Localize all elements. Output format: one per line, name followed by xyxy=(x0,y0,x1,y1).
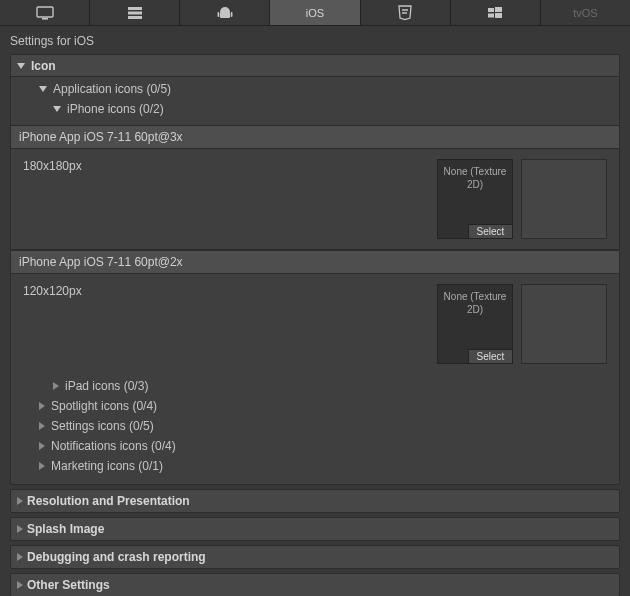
icon-slot-header-1: iPhone App iOS 7-11 60pt@2x xyxy=(11,250,619,274)
texture-select-button-1[interactable]: Select xyxy=(468,349,512,363)
tree-marketing-icons[interactable]: Marketing icons (0/1) xyxy=(11,456,619,476)
tab-windows[interactable] xyxy=(451,0,541,25)
spotlight-icons-label: Spotlight icons (0/4) xyxy=(51,399,157,413)
section-resolution[interactable]: Resolution and Presentation xyxy=(10,489,620,513)
svg-rect-7 xyxy=(231,12,233,17)
chevron-right-icon xyxy=(17,497,23,505)
settings-for-label: Settings for iOS xyxy=(0,26,630,54)
android-icon xyxy=(217,6,233,20)
chevron-right-icon xyxy=(39,442,45,450)
tab-tvos[interactable]: tvOS xyxy=(541,0,630,25)
svg-rect-5 xyxy=(220,12,230,18)
iphone-icons-label: iPhone icons (0/2) xyxy=(67,102,164,116)
texture-select-button-0[interactable]: Select xyxy=(468,224,512,238)
chevron-right-icon xyxy=(17,581,23,589)
html5-icon xyxy=(397,5,413,21)
texture-placeholder-0: None (Texture 2D) xyxy=(438,166,512,191)
svg-rect-8 xyxy=(488,8,494,12)
icon-panel-title: Icon xyxy=(31,59,56,73)
monitor-icon xyxy=(36,6,54,20)
tab-webgl[interactable] xyxy=(361,0,451,25)
application-icons-label: Application icons (0/5) xyxy=(53,82,171,96)
icon-panel-body: Application icons (0/5) iPhone icons (0/… xyxy=(11,77,619,484)
marketing-icons-label: Marketing icons (0/1) xyxy=(51,459,163,473)
svg-rect-1 xyxy=(42,18,48,20)
server-icon xyxy=(126,6,144,20)
chevron-right-icon xyxy=(17,553,23,561)
chevron-down-icon xyxy=(17,63,25,69)
tree-settings-icons[interactable]: Settings icons (0/5) xyxy=(11,416,619,436)
svg-rect-2 xyxy=(128,7,142,10)
section-debug[interactable]: Debugging and crash reporting xyxy=(10,545,620,569)
chevron-right-icon xyxy=(39,402,45,410)
tab-standalone[interactable] xyxy=(0,0,90,25)
section-splash-label: Splash Image xyxy=(27,522,104,536)
svg-rect-10 xyxy=(488,13,494,17)
texture-field-0[interactable]: None (Texture 2D) Select xyxy=(437,159,513,239)
icon-preview-0 xyxy=(521,159,607,239)
tree-ipad-icons[interactable]: iPad icons (0/3) xyxy=(11,376,619,396)
section-debug-label: Debugging and crash reporting xyxy=(27,550,206,564)
icon-panel: Icon Application icons (0/5) iPhone icon… xyxy=(10,54,620,485)
icon-slot-size-1: 120x120px xyxy=(23,284,429,298)
texture-field-1[interactable]: None (Texture 2D) Select xyxy=(437,284,513,364)
settings-icons-label: Settings icons (0/5) xyxy=(51,419,154,433)
svg-rect-6 xyxy=(217,12,219,17)
icon-panel-header[interactable]: Icon xyxy=(11,55,619,77)
tab-server[interactable] xyxy=(90,0,180,25)
chevron-right-icon xyxy=(39,462,45,470)
notifications-icons-label: Notifications icons (0/4) xyxy=(51,439,176,453)
icon-slot-size-0: 180x180px xyxy=(23,159,429,173)
texture-placeholder-1: None (Texture 2D) xyxy=(438,291,512,316)
tab-ios[interactable]: iOS xyxy=(270,0,360,25)
chevron-right-icon xyxy=(53,382,59,390)
chevron-right-icon xyxy=(39,422,45,430)
platform-tabs: iOS tvOS xyxy=(0,0,630,26)
chevron-right-icon xyxy=(17,525,23,533)
chevron-down-icon xyxy=(53,106,61,112)
svg-rect-0 xyxy=(37,7,53,17)
icon-tree-rest: iPad icons (0/3) Spotlight icons (0/4) S… xyxy=(11,374,619,482)
section-splash[interactable]: Splash Image xyxy=(10,517,620,541)
tab-android[interactable] xyxy=(180,0,270,25)
chevron-down-icon xyxy=(39,86,47,92)
ipad-icons-label: iPad icons (0/3) xyxy=(65,379,148,393)
icon-slot-body-0: 180x180px None (Texture 2D) Select xyxy=(11,149,619,250)
svg-rect-4 xyxy=(128,16,142,19)
tab-ios-label: iOS xyxy=(306,7,324,19)
tree-application-icons[interactable]: Application icons (0/5) xyxy=(11,79,619,99)
icon-preview-1 xyxy=(521,284,607,364)
tree-spotlight-icons[interactable]: Spotlight icons (0/4) xyxy=(11,396,619,416)
icon-slot-body-1: 120x120px None (Texture 2D) Select xyxy=(11,274,619,374)
section-other[interactable]: Other Settings xyxy=(10,573,620,596)
svg-rect-11 xyxy=(495,13,502,18)
icon-tree-top: Application icons (0/5) iPhone icons (0/… xyxy=(11,77,619,125)
tree-notifications-icons[interactable]: Notifications icons (0/4) xyxy=(11,436,619,456)
svg-rect-9 xyxy=(495,7,502,12)
svg-rect-3 xyxy=(128,11,142,14)
section-other-label: Other Settings xyxy=(27,578,110,592)
tree-iphone-icons[interactable]: iPhone icons (0/2) xyxy=(11,99,619,119)
windows-icon xyxy=(487,6,503,20)
section-resolution-label: Resolution and Presentation xyxy=(27,494,190,508)
tab-tvos-label: tvOS xyxy=(573,7,597,19)
icon-slot-header-0: iPhone App iOS 7-11 60pt@3x xyxy=(11,125,619,149)
